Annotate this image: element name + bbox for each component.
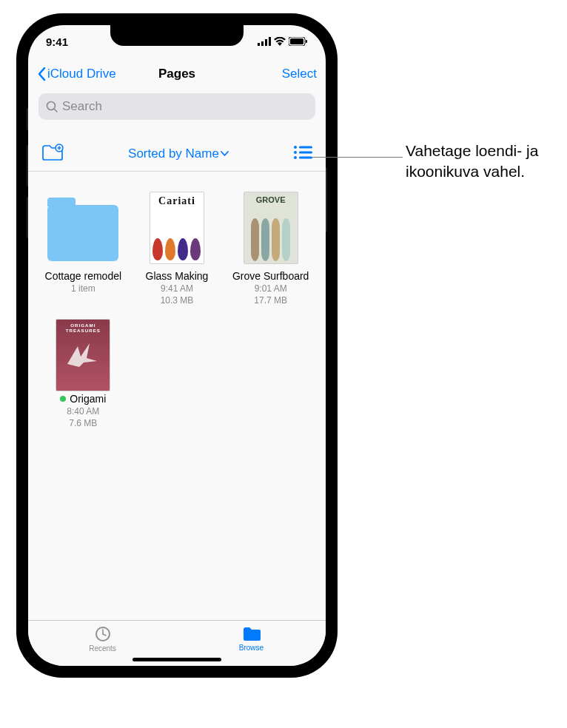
- doc-thumbnail: Cariati: [141, 190, 212, 266]
- callout-leader-line: [312, 157, 403, 158]
- svg-rect-1: [261, 41, 264, 46]
- chevron-left-icon: [37, 67, 46, 81]
- home-indicator[interactable]: [132, 658, 221, 661]
- search-placeholder: Search: [62, 99, 102, 114]
- list-view-toggle-button[interactable]: [293, 145, 312, 163]
- file-size: 7.6 MB: [69, 418, 97, 430]
- sort-label: Sorted by Name: [128, 146, 219, 161]
- list-icon: [293, 145, 312, 160]
- file-item-folder[interactable]: Cottage remodel 1 item: [38, 186, 128, 307]
- file-item-doc[interactable]: GROVE Grove Surfboard 9:01 AM 17.7 MB: [226, 186, 315, 307]
- doc-thumbnail: GROVE: [235, 190, 306, 266]
- screen: 9:41 iCloud Drive Pages Select: [28, 25, 326, 666]
- file-name: Grove Surfboard: [232, 270, 309, 283]
- file-size: 10.3 MB: [161, 295, 194, 307]
- folder-icon: [47, 190, 118, 266]
- tab-recents[interactable]: Recents: [28, 621, 177, 657]
- sort-button[interactable]: Sorted by Name: [128, 146, 229, 161]
- status-time: 9:41: [46, 36, 68, 48]
- svg-rect-15: [299, 151, 312, 153]
- file-time: 8:40 AM: [67, 406, 99, 418]
- file-item-doc[interactable]: Cariati Glass Making 9:41 AM 10.3 MB: [132, 186, 222, 307]
- file-item-doc[interactable]: ORIGAMI TREASURES Origami 8:40 AM 7.6 MB: [38, 313, 128, 430]
- toolbar: Sorted by Name: [28, 136, 326, 172]
- doc-thumbnail: ORIGAMI TREASURES: [47, 317, 118, 393]
- file-name: Origami: [70, 393, 106, 405]
- folder-icon: [242, 626, 261, 642]
- new-folder-button[interactable]: [41, 144, 64, 164]
- svg-line-8: [54, 109, 57, 112]
- svg-point-16: [294, 156, 297, 159]
- svg-rect-2: [265, 39, 267, 46]
- search-input[interactable]: Search: [38, 93, 315, 120]
- chevron-down-icon: [221, 151, 229, 156]
- tag-dot-green: [60, 396, 66, 402]
- file-time: 9:41 AM: [161, 283, 193, 295]
- battery-icon: [289, 36, 308, 48]
- svg-rect-5: [290, 38, 303, 44]
- wifi-icon: [274, 36, 286, 48]
- file-size: 17.7 MB: [254, 295, 287, 307]
- file-name: Cottage remodel: [45, 270, 122, 283]
- nav-bar: iCloud Drive Pages Select: [28, 58, 326, 90]
- select-button[interactable]: Select: [282, 67, 317, 81]
- svg-rect-17: [299, 156, 312, 158]
- notch: [110, 25, 244, 46]
- svg-rect-3: [269, 37, 271, 46]
- tab-label: Recents: [89, 644, 116, 653]
- svg-point-14: [294, 151, 297, 154]
- file-time: 9:01 AM: [255, 283, 287, 295]
- file-grid: Cottage remodel 1 item Cariati Glass Mak…: [28, 177, 326, 620]
- cellular-icon: [258, 36, 271, 48]
- back-label: iCloud Drive: [47, 67, 116, 81]
- file-meta: 1 item: [71, 283, 95, 295]
- clock-icon: [94, 625, 112, 643]
- callout-text: Vahetage loendi- ja ikoonikuva vahel.: [406, 141, 554, 183]
- svg-rect-13: [299, 146, 312, 148]
- search-icon: [46, 101, 58, 112]
- svg-rect-6: [306, 40, 307, 43]
- tab-browse[interactable]: Browse: [177, 621, 326, 657]
- svg-point-12: [294, 146, 297, 149]
- svg-rect-0: [258, 43, 260, 46]
- phone-frame: 9:41 iCloud Drive Pages Select: [16, 13, 338, 678]
- file-name: Glass Making: [146, 270, 209, 283]
- page-title: Pages: [158, 67, 195, 81]
- back-button[interactable]: iCloud Drive: [37, 67, 116, 81]
- tab-label: Browse: [239, 644, 264, 652]
